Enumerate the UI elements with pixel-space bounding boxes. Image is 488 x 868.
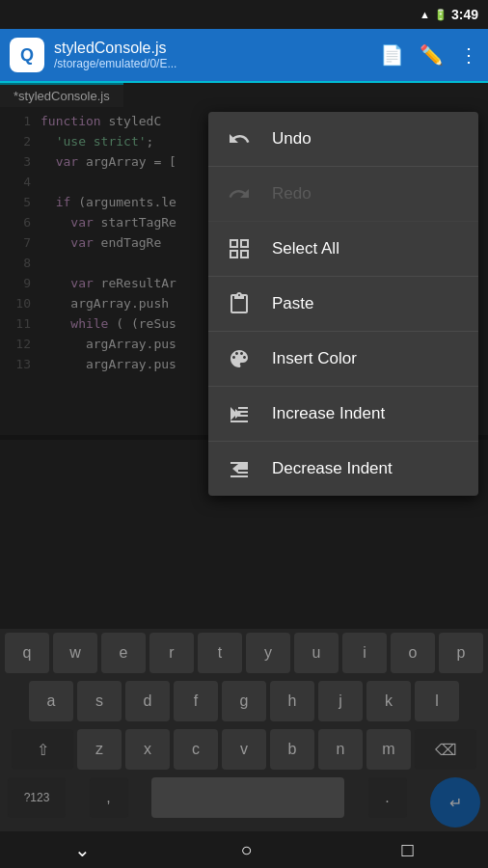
context-menu: Undo Redo Select All [208,112,478,496]
title-text: styledConsole.js /storage/emulated/0/E..… [54,40,370,70]
title-filename: styledConsole.js [54,40,370,57]
title-path: /storage/emulated/0/E... [54,57,370,70]
status-time: 3:49 [451,7,478,22]
paste-icon [226,290,253,317]
decrease-indent-label: Decrease Indent [272,459,393,478]
menu-item-increase-indent[interactable]: Increase Indent [208,387,478,442]
signal-icon: ▲ [420,9,430,20]
menu-item-select-all[interactable]: Select All [208,222,478,277]
more-action-icon[interactable]: ⋮ [459,43,478,67]
svg-rect-0 [230,240,237,247]
app-icon: Q [10,38,44,72]
edit-action-icon[interactable]: ✏️ [420,43,444,67]
select-all-label: Select All [272,239,339,258]
status-icons: ▲ 🔋 3:49 [420,7,478,22]
recents-nav-icon[interactable]: □ [401,839,413,861]
menu-item-decrease-indent[interactable]: Decrease Indent [208,442,478,496]
indent-left-icon [226,455,253,482]
menu-item-paste[interactable]: Paste [208,277,478,332]
undo-icon [226,125,253,152]
increase-indent-label: Increase Indent [272,404,385,423]
select-all-icon [226,235,253,262]
redo-label: Redo [272,184,312,203]
insert-color-label: Insert Color [272,349,357,368]
indent-right-icon [226,400,253,427]
status-bar: ▲ 🔋 3:49 [0,0,488,29]
menu-item-insert-color[interactable]: Insert Color [208,332,478,387]
home-nav-icon[interactable]: ○ [240,839,252,861]
redo-icon [226,180,253,207]
paste-label: Paste [272,294,313,313]
svg-rect-1 [241,240,248,247]
menu-overlay[interactable]: Undo Redo Select All [0,83,488,831]
svg-rect-2 [230,251,237,258]
file-action-icon[interactable]: 📄 [380,43,404,67]
title-actions: 📄 ✏️ ⋮ [380,43,478,67]
back-nav-icon[interactable]: ⌄ [74,838,91,861]
bottom-nav: ⌄ ○ □ [0,831,488,868]
battery-icon: 🔋 [434,9,447,21]
menu-item-redo[interactable]: Redo [208,167,478,222]
menu-item-undo[interactable]: Undo [208,112,478,167]
color-icon [226,345,253,372]
svg-rect-3 [241,251,248,258]
title-bar: Q styledConsole.js /storage/emulated/0/E… [0,29,488,83]
undo-label: Undo [272,129,312,149]
